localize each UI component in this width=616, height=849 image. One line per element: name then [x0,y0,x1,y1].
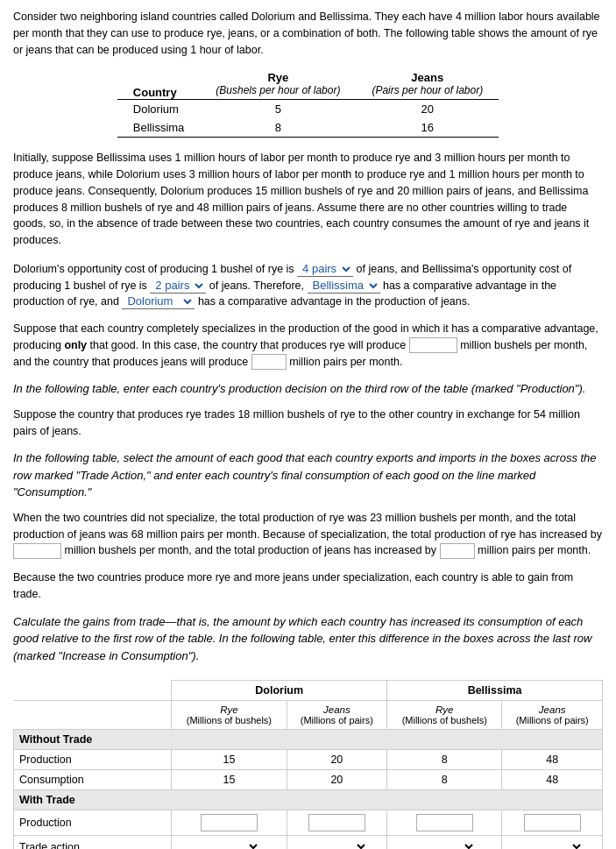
para4-bold: only [64,339,87,351]
trade-action-row: Trade action Exports Imports Exports Imp… [14,836,603,850]
prod-bel-rye-input[interactable] [416,814,473,831]
intro-paragraph: Consider two neighboring island countrie… [13,9,603,58]
para4-post1: that good. In this case, the country tha… [87,339,409,351]
para10: Calculate the gains from trade—that is, … [13,613,603,665]
wt2-prod-bel-rye[interactable] [387,810,502,836]
para5: In the following table, enter each count… [13,380,603,398]
trade-action-dol-jeans[interactable]: Exports Imports [287,836,387,850]
wt-cons-bel-jeans: 48 [502,770,603,790]
comp-adv-jeans-select[interactable]: Dolorium Bellissima [122,294,195,309]
bellissima-jeans: 16 [356,118,499,138]
without-trade-header: Without Trade [14,730,603,750]
rye-header: Rye [200,68,356,84]
main-table: Dolorium Bellissima Rye(Millions of bush… [13,680,603,849]
bellissima-rye: 8 [200,118,356,138]
dolorium-jeans: 20 [356,100,499,119]
jeans-increase-input[interactable] [440,543,475,559]
with-trade-production-row: Production [14,810,603,836]
para3-pre1: Dolorium's opportunity cost of producing… [13,263,297,275]
jeans-sub: (Pairs per hour of labor) [356,84,499,100]
bellissima-group-header: Bellissima [387,681,603,701]
para3: Dolorium's opportunity cost of producing… [13,261,603,310]
para8-mid: million bushels per month, and the total… [61,544,440,556]
dolorium-jeans-col: Jeans(Millions of pairs) [287,701,387,730]
para8-post: million pairs per month. [475,544,591,556]
bellissima-jeans-col: Jeans(Millions of pairs) [502,701,603,730]
wt2-prod-bel-jeans[interactable] [502,810,603,836]
labor-table: Country Rye Jeans (Bushels per hour of l… [117,68,499,138]
table-row: Dolorium 5 20 [117,100,499,119]
trade-action-dol-rye-select[interactable]: Exports Imports [197,839,260,849]
without-trade-consumption-label: Consumption [14,770,172,790]
without-trade-production-label: Production [14,750,172,770]
trade-action-bel-rye-select[interactable]: Exports Imports [413,839,476,849]
para6: Suppose the country that produces rye tr… [13,407,603,440]
trade-action-dol-jeans-select[interactable]: Exports Imports [305,839,368,849]
opp-cost-bellissima-select[interactable]: 2 pairs 4 pairs 8 pairs [150,278,206,294]
prod-bel-jeans-input[interactable] [524,814,581,831]
comp-adv-rye-select[interactable]: Bellissima Dolorium [308,278,380,294]
dolorium-rye-col: Rye(Millions of bushels) [172,701,287,730]
main-table-container: Dolorium Bellissima Rye(Millions of bush… [13,680,603,849]
para9: Because the two countries produce more r… [13,570,603,603]
wt-cons-bel-rye: 8 [387,770,502,790]
trade-action-bel-rye[interactable]: Exports Imports [387,836,502,850]
wt2-prod-dol-jeans[interactable] [287,810,387,836]
para3-end: has a comparative advantage in the produ… [198,295,471,308]
wt-cons-dol-jeans: 20 [287,770,387,790]
opp-cost-dolorium-select[interactable]: 4 pairs 2 pairs 8 pairs [297,261,353,277]
prod-dol-rye-input[interactable] [201,814,258,831]
wt-cons-dol-rye: 15 [172,770,287,790]
with-trade-label: With Trade [14,790,603,810]
para7: In the following table, select the amoun… [13,449,603,501]
para8: When the two countries did not specializ… [13,510,603,559]
para8-pre: When the two countries did not specializ… [13,512,602,541]
jeans-header: Jeans [356,68,499,84]
country-header: Country [117,68,201,100]
wt-prod-dol-jeans: 20 [287,750,387,770]
para3-mid2: of jeans. Therefore, [209,279,304,292]
table-row: Bellissima 8 16 [117,118,499,138]
empty-header [14,681,172,701]
bellissima-rye-col: Rye(Millions of bushels) [387,701,502,730]
without-trade-label: Without Trade [14,730,603,750]
rye-sub: (Bushels per hour of labor) [200,84,356,100]
empty-subheader [14,701,172,730]
without-trade-production-row: Production 15 20 8 48 [14,750,603,770]
trade-action-label: Trade action [14,836,172,850]
para2: Initially, suppose Bellissima uses 1 mil… [13,150,603,249]
bellissima-country: Bellissima [117,118,201,138]
wt-prod-bel-rye: 8 [387,750,502,770]
col-subheader-row: Rye(Millions of bushels) Jeans(Millions … [14,701,603,730]
col-group-row: Dolorium Bellissima [14,681,603,701]
rye-increase-input[interactable] [13,543,61,559]
trade-action-dol-rye[interactable]: Exports Imports [172,836,287,850]
wt2-prod-dol-rye[interactable] [172,810,287,836]
wt-prod-dol-rye: 15 [172,750,287,770]
prod-dol-jeans-input[interactable] [308,814,365,831]
rye-production-input[interactable] [409,337,457,353]
with-trade-header: With Trade [14,790,603,810]
para4: Suppose that each country completely spe… [13,321,603,370]
para4-post3: million pairs per month. [287,356,403,368]
trade-action-bel-jeans[interactable]: Exports Imports [502,836,603,850]
without-trade-consumption-row: Consumption 15 20 8 48 [14,770,603,790]
dolorium-group-header: Dolorium [172,681,387,701]
dolorium-country: Dolorium [117,100,201,119]
wt-prod-bel-jeans: 48 [502,750,603,770]
labor-table-container: Country Rye Jeans (Bushels per hour of l… [13,68,603,138]
with-trade-production-label: Production [14,810,172,836]
jeans-production-input[interactable] [251,354,287,370]
dolorium-rye: 5 [200,100,356,119]
trade-action-bel-jeans-select[interactable]: Exports Imports [520,839,584,849]
